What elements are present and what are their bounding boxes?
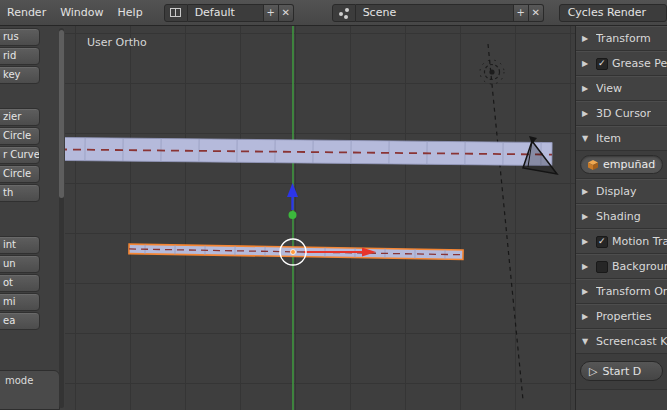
expand-arrow-icon (582, 101, 592, 126)
tool-button-torus[interactable]: rus (0, 28, 40, 46)
expand-arrow-icon (582, 126, 592, 151)
green-axis-handle[interactable] (289, 211, 297, 219)
toolshelf-scrollbar[interactable] (59, 28, 64, 408)
tool-button-spot-lamp[interactable]: ot (0, 274, 40, 292)
panel-label: Screencast Ke (596, 335, 667, 348)
background-images-checkbox[interactable] (596, 261, 608, 273)
blender-window: Render Window Help Default + ✕ Scene (0, 0, 667, 410)
expand-arrow-icon (582, 76, 592, 101)
panel-motion-tracking[interactable]: Motion Tra (576, 229, 667, 254)
expand-arrow-icon (582, 51, 592, 76)
info-header: Render Window Help Default + ✕ Scene (0, 0, 667, 26)
tool-button-area-lamp[interactable]: ea (0, 312, 40, 330)
render-engine-dropdown[interactable]: Cycles Render (559, 4, 667, 22)
screencast-panel-content: Start D (576, 354, 667, 390)
expand-arrow-icon (582, 254, 592, 279)
scene-datablock-icon (339, 8, 349, 18)
tool-button-circle[interactable]: Circle (0, 127, 40, 145)
plus-icon: + (516, 7, 524, 18)
panel-label: Grease Pe (612, 57, 667, 70)
screen-layout-icon (170, 8, 181, 17)
plus-icon: + (266, 7, 274, 18)
scene-name-field[interactable]: Scene (356, 4, 514, 22)
panel-label: Display (596, 185, 637, 198)
blue-axis-arrowhead[interactable] (287, 183, 298, 197)
panel-label: View (596, 82, 622, 95)
panel-3d-cursor[interactable]: 3D Cursor (576, 101, 667, 126)
view-orientation-label: User Ortho (87, 36, 147, 49)
add-layout-button[interactable]: + (264, 4, 279, 22)
close-icon: ✕ (531, 7, 539, 18)
panel-background-images[interactable]: Backgroun (576, 254, 667, 279)
render-engine-value: Cycles Render (568, 6, 646, 19)
expand-arrow-icon (582, 26, 592, 51)
close-icon: ✕ (281, 7, 289, 18)
expand-arrow-icon (582, 179, 592, 204)
tool-button-point-lamp[interactable]: int (0, 236, 40, 254)
beam-object[interactable] (65, 137, 552, 165)
expand-arrow-icon (582, 304, 592, 329)
menu-window[interactable]: Window (53, 0, 110, 26)
close-layout-button[interactable]: ✕ (279, 4, 294, 22)
panel-transform-orientations[interactable]: Transform Ori (576, 279, 667, 304)
tool-shelf: rus rid key zier Circle r Curve Circle t… (0, 26, 65, 410)
scene-dropdown[interactable] (332, 4, 356, 22)
translate-manipulator[interactable] (280, 183, 376, 265)
panel-label: Properties (596, 310, 652, 323)
panel-shading[interactable]: Shading (576, 204, 667, 229)
tool-button-grid[interactable]: rid (0, 47, 40, 65)
panel-transform[interactable]: Transform (576, 26, 667, 51)
tool-button-sun-lamp[interactable]: un (0, 255, 40, 273)
lamp-object[interactable] (480, 60, 504, 84)
item-name-field[interactable]: empuñadur (580, 155, 663, 174)
start-button-label: Start D (602, 365, 641, 378)
constraint-dashed-line (488, 44, 523, 400)
tool-button-path[interactable]: th (0, 184, 40, 202)
selected-object[interactable] (129, 244, 463, 259)
screen-layout-selector: Default + ✕ (164, 4, 294, 22)
screen-layout-name: Default (195, 6, 235, 19)
panel-label: Backgroun (612, 260, 667, 273)
panel-display[interactable]: Display (576, 179, 667, 204)
properties-region: Transform Grease Pe View 3D Cursor Item (575, 26, 667, 410)
close-scene-button[interactable]: ✕ (529, 4, 544, 22)
panel-grease-pencil[interactable]: Grease Pe (576, 51, 667, 76)
mesh-data-icon (587, 159, 599, 171)
expand-arrow-icon (582, 229, 592, 254)
tool-button-bezier[interactable]: zier (0, 108, 40, 126)
mode-panel-label: mode (5, 375, 33, 386)
grease-pencil-checkbox[interactable] (596, 58, 608, 70)
tool-button-hemi-lamp[interactable]: mi (0, 293, 40, 311)
menu-render[interactable]: Render (0, 0, 53, 26)
add-scene-button[interactable]: + (514, 4, 529, 22)
motion-tracking-checkbox[interactable] (596, 236, 608, 248)
panel-label: 3D Cursor (596, 107, 651, 120)
scene-selector: Scene + ✕ (332, 4, 544, 22)
panel-label: Motion Tra (612, 235, 667, 248)
panel-label: Transform (596, 32, 651, 45)
item-panel-content: empuñadur (576, 151, 667, 179)
panel-view[interactable]: View (576, 76, 667, 101)
screen-layout-name-field[interactable]: Default (188, 4, 264, 22)
panel-label: Item (596, 132, 621, 145)
expand-arrow-icon (582, 329, 592, 354)
expand-arrow-icon (582, 279, 592, 304)
panel-screencast-keys[interactable]: Screencast Ke (576, 329, 667, 354)
mode-panel-header[interactable]: mode (0, 370, 60, 410)
panel-label: Transform Ori (596, 285, 667, 298)
screen-layout-dropdown[interactable] (164, 4, 188, 22)
menu-help[interactable]: Help (111, 0, 150, 26)
tool-button-nurbs-curve[interactable]: r Curve (0, 146, 40, 164)
scene-name: Scene (363, 6, 397, 19)
tool-button-monkey[interactable]: key (0, 66, 40, 84)
tool-button-nurbs-circle[interactable]: Circle (0, 165, 40, 183)
object-origin-dot (291, 250, 296, 255)
play-icon (589, 365, 597, 378)
panel-properties[interactable]: Properties (576, 304, 667, 329)
toolshelf-scrollbar-thumb[interactable] (59, 30, 64, 198)
start-display-button[interactable]: Start D (580, 361, 663, 381)
3d-viewport[interactable]: User Ortho (65, 26, 575, 410)
expand-arrow-icon (582, 204, 592, 229)
panel-item[interactable]: Item (576, 126, 667, 151)
item-name-value: empuñadur (603, 158, 656, 171)
